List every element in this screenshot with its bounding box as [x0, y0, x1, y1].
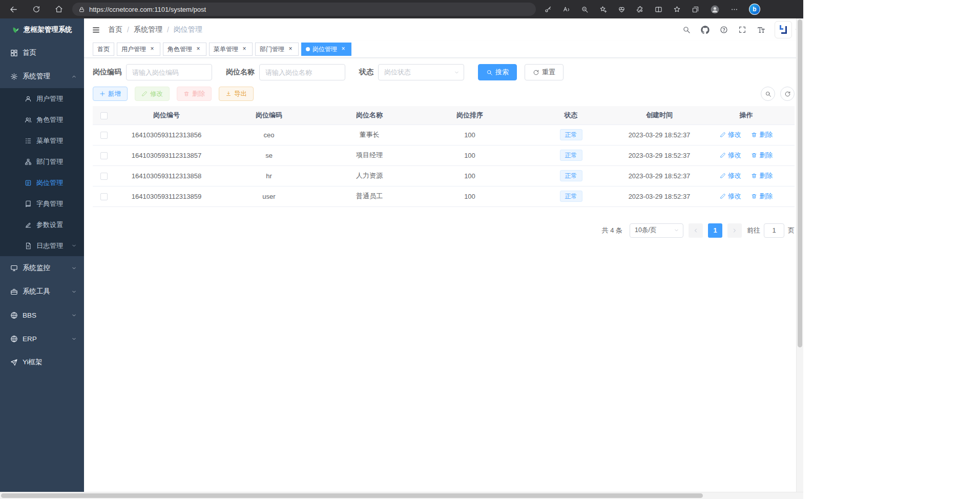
zoom-out-button[interactable] [581, 6, 589, 13]
row-delete-button[interactable]: 删除 [751, 151, 773, 160]
sidebar-item-param-settings[interactable]: 参数设置 [0, 214, 84, 235]
close-icon[interactable]: × [287, 46, 294, 53]
row-edit-button[interactable]: 修改 [720, 192, 741, 201]
prev-page-button[interactable] [689, 223, 703, 238]
tab-role-mgmt[interactable]: 角色管理 × [163, 43, 206, 56]
row-edit-button[interactable]: 修改 [720, 171, 741, 180]
row-edit-button[interactable]: 修改 [720, 130, 741, 139]
browser-back-button[interactable] [9, 5, 18, 14]
copilot-button[interactable]: b [749, 4, 760, 15]
row-checkbox[interactable] [100, 152, 108, 159]
export-button[interactable]: 导出 [219, 87, 254, 101]
sidebar-item-log-mgmt[interactable]: 日志管理 [0, 235, 84, 256]
key-icon [544, 6, 552, 13]
split-screen-button[interactable] [655, 6, 662, 13]
search-button[interactable]: 搜索 [478, 64, 517, 80]
sidebar-item-erp[interactable]: ERP [0, 327, 84, 350]
table-row[interactable]: 1641030593112313856 ceo 董事长 100 正常 2023-… [93, 124, 795, 145]
address-bar[interactable]: https://ccnetcore.com:1101/system/post [72, 3, 536, 16]
header-search-button[interactable] [677, 18, 696, 41]
breadcrumb: 首页 / 系统管理 / 岗位管理 [108, 25, 202, 34]
sidebar-item-system-tools[interactable]: 系统工具 [0, 280, 84, 303]
table-row[interactable]: 1641030593112313859 user 普通员工 100 正常 202… [93, 186, 795, 206]
toggle-search-button[interactable] [761, 87, 775, 101]
tab-dept-mgmt[interactable]: 部门管理 × [255, 43, 299, 56]
collections-button[interactable] [692, 6, 699, 13]
page-content: 岗位编码 岗位名称 状态 岗位状态 [84, 58, 803, 238]
sidebar-item-role-mgmt[interactable]: 角色管理 [0, 109, 84, 130]
tab-post-mgmt[interactable]: 岗位管理 × [301, 43, 351, 56]
browser-refresh-button[interactable] [32, 5, 40, 13]
refresh-table-button[interactable] [780, 87, 795, 101]
sidebar-item-dept-mgmt[interactable]: 部门管理 [0, 151, 84, 172]
vertical-scrollbar[interactable] [796, 18, 803, 492]
navbar: 首页 / 系统管理 / 岗位管理 [84, 18, 803, 41]
tab-user-mgmt[interactable]: 用户管理 × [117, 43, 160, 56]
table-row[interactable]: 1641030593112313857 se 项目经理 100 正常 2023-… [93, 145, 795, 165]
close-icon[interactable]: × [195, 46, 202, 53]
globe-icon [10, 311, 18, 319]
settings-menu-button[interactable] [731, 6, 738, 13]
next-page-button[interactable] [727, 223, 742, 238]
add-button[interactable]: 新增 [93, 87, 128, 101]
favorites-button[interactable] [673, 6, 681, 13]
post-name-input[interactable] [259, 64, 345, 80]
page-size-select[interactable]: 10条/页 [630, 223, 683, 238]
sidebar-item-bbs[interactable]: BBS [0, 303, 84, 327]
font-size-icon [757, 26, 765, 34]
close-icon[interactable]: × [241, 46, 248, 53]
sidebar-item-system-mgmt[interactable]: 系统管理 [0, 65, 84, 88]
sidebar-item-system-monitor[interactable]: 系统监控 [0, 256, 84, 280]
extensions-button[interactable] [636, 6, 644, 13]
close-icon[interactable]: × [149, 46, 156, 53]
add-favorite-button[interactable] [599, 6, 607, 13]
status-label: 状态 [359, 68, 373, 77]
row-delete-button[interactable]: 删除 [751, 130, 773, 139]
breadcrumb-home[interactable]: 首页 [108, 25, 122, 34]
row-checkbox[interactable] [100, 173, 108, 180]
post-code-input[interactable] [126, 64, 212, 80]
reset-button[interactable]: 重置 [525, 64, 564, 80]
sidebar-item-post-mgmt[interactable]: 岗位管理 [0, 172, 84, 193]
browser-essentials-button[interactable] [618, 6, 625, 13]
row-checkbox[interactable] [100, 193, 108, 200]
row-delete-button[interactable]: 删除 [751, 171, 773, 180]
vertical-scrollbar-thumb[interactable] [798, 19, 802, 347]
help-button[interactable] [715, 18, 733, 41]
sidebar-item-yi-framework[interactable]: Yi框架 [0, 350, 84, 374]
horizontal-scrollbar[interactable] [0, 492, 803, 499]
read-aloud-button[interactable] [562, 6, 570, 13]
status-badge: 正常 [560, 191, 582, 202]
status-select-placeholder: 岗位状态 [384, 68, 411, 77]
select-all-checkbox[interactable] [100, 112, 108, 119]
row-checkbox[interactable] [100, 132, 108, 139]
app-logo[interactable]: 意框架管理系统 [0, 18, 84, 41]
breadcrumb-system-mgmt[interactable]: 系统管理 [134, 25, 162, 34]
delete-button[interactable]: 删除 [177, 87, 212, 101]
tab-home[interactable]: 首页 [93, 43, 114, 56]
sidebar-item-menu-mgmt[interactable]: 菜单管理 [0, 130, 84, 151]
sidebar-item-label: 菜单管理 [36, 136, 63, 145]
edit-button[interactable]: 修改 [135, 87, 170, 101]
tab-menu-mgmt[interactable]: 菜单管理 × [209, 43, 253, 56]
font-size-button[interactable] [752, 18, 770, 41]
close-icon[interactable]: × [340, 46, 347, 53]
browser-home-button[interactable] [55, 5, 63, 13]
horizontal-scrollbar-thumb[interactable] [1, 493, 703, 498]
page-number-button[interactable]: 1 [708, 223, 722, 238]
cell-post-id: 1641030593112313857 [115, 145, 218, 165]
row-delete-button[interactable]: 删除 [751, 192, 773, 201]
sidebar-toggle-button[interactable] [86, 18, 106, 41]
github-link-button[interactable] [696, 18, 715, 41]
cell-post-name: 董事长 [320, 124, 419, 145]
table-row[interactable]: 1641030593112313858 hr 人力资源 100 正常 2023-… [93, 165, 795, 186]
password-key-button[interactable] [544, 6, 552, 13]
profile-button[interactable] [710, 5, 720, 14]
fullscreen-button[interactable] [733, 18, 752, 41]
sidebar-item-home[interactable]: 首页 [0, 41, 84, 65]
goto-page-input[interactable] [764, 223, 784, 238]
sidebar-item-user-mgmt[interactable]: 用户管理 [0, 88, 84, 109]
row-edit-button[interactable]: 修改 [720, 151, 741, 160]
status-select[interactable]: 岗位状态 [378, 64, 464, 80]
sidebar-item-dict-mgmt[interactable]: 字典管理 [0, 193, 84, 214]
